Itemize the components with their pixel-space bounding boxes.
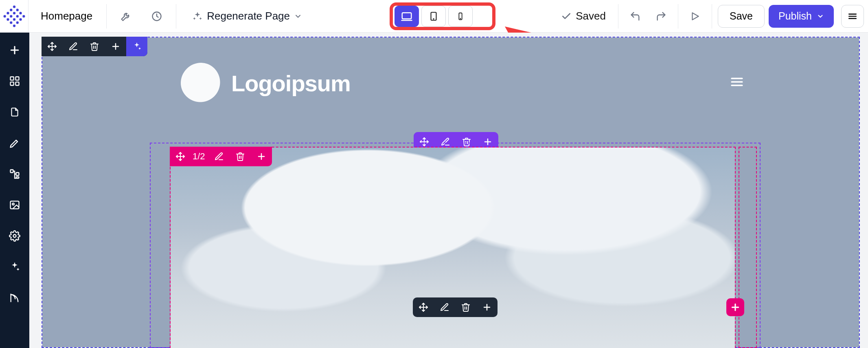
move-icon [419,302,428,312]
svg-rect-1 [402,13,411,19]
edit-icon [214,152,224,161]
section-toolbar [42,37,147,56]
plus-icon [111,42,121,51]
move-handle[interactable] [42,37,63,56]
delete-button[interactable] [230,147,251,166]
mobile-icon [456,10,465,22]
svg-point-6 [460,18,460,18]
svg-rect-15 [11,77,14,80]
svg-rect-22 [11,201,19,209]
desktop-icon [401,10,413,22]
saved-label: Saved [576,10,606,22]
app-logo[interactable] [0,0,28,33]
separator [618,4,618,29]
edit-button[interactable] [434,297,455,317]
plus-icon [482,302,492,312]
svg-point-4 [433,18,434,19]
gear-icon [9,230,20,242]
page-icon [9,106,20,118]
move-icon [47,42,57,51]
svg-point-23 [12,203,14,205]
svg-point-24 [13,235,16,238]
svg-rect-19 [11,170,13,173]
sparkle-icon [132,42,142,51]
add-button[interactable] [251,147,272,166]
app-logo-icon [1,3,26,29]
edit-icon [68,42,78,51]
hamburger-icon [729,75,745,89]
tree-icon [9,168,20,180]
sidebar-ai-button[interactable] [8,260,22,274]
move-handle[interactable] [170,147,191,166]
separator [712,4,712,29]
svg-rect-18 [15,82,19,85]
image-toolbar [413,297,498,317]
separator [106,4,107,29]
device-desktop-button[interactable] [395,6,419,27]
top-toolbar: Homepage Regenerate Page Saved [0,0,868,33]
clock-icon [151,11,162,22]
chevron-down-icon [294,12,302,20]
edit-button[interactable] [63,37,84,56]
column-outline-2[interactable] [739,147,757,348]
site-nav-toggle[interactable] [729,75,745,89]
site-brand: Logoipsum [181,63,351,104]
delete-button[interactable] [84,37,105,56]
left-sidebar [0,33,29,348]
page-title[interactable]: Homepage [33,10,101,22]
tablet-icon [428,10,439,22]
sparkle-icon [9,261,20,273]
grid-icon [9,75,20,87]
ai-button[interactable] [126,37,147,56]
svg-rect-20 [16,173,19,176]
sidebar-blocks-button[interactable] [8,74,22,88]
separator [176,4,176,29]
chevron-down-icon [817,13,824,20]
preview-button[interactable] [684,5,706,27]
more-menu-button[interactable] [841,5,864,28]
column-index-label: 1/2 [191,151,208,162]
wrench-icon [120,11,132,22]
sidebar-pages-button[interactable] [8,105,22,119]
undo-button[interactable] [624,5,646,27]
hero-image[interactable] [171,148,735,348]
publish-label: Publish [778,10,812,22]
trash-icon [90,42,99,51]
delete-button[interactable] [455,297,476,317]
plus-icon [256,152,266,161]
edit-button[interactable] [208,147,230,166]
sidebar-design-button[interactable] [8,136,22,150]
trash-icon [461,302,471,312]
sidebar-media-button[interactable] [8,198,22,212]
hamburger-icon [847,11,858,22]
device-mobile-button[interactable] [448,6,473,27]
sidebar-blog-button[interactable] [8,291,22,305]
settings-wrench-button[interactable] [112,5,139,27]
redo-button[interactable] [650,5,672,27]
sidebar-settings-button[interactable] [8,229,22,243]
publish-button[interactable]: Publish [769,5,834,28]
add-column-button[interactable] [726,298,744,316]
blog-icon [9,292,20,304]
regenerate-page-button[interactable]: Regenerate Page [182,5,312,27]
separator [678,4,678,29]
history-button[interactable] [143,5,170,27]
svg-marker-7 [693,13,699,20]
svg-rect-16 [15,77,19,80]
edit-icon [440,302,449,312]
device-switcher [392,3,475,29]
add-button[interactable] [476,297,498,317]
plus-icon [730,302,741,313]
move-handle[interactable] [413,297,434,317]
add-button[interactable] [105,37,126,56]
play-icon [690,11,700,22]
device-tablet-button[interactable] [421,6,446,27]
sidebar-structure-button[interactable] [8,167,22,181]
regenerate-page-label: Regenerate Page [207,10,290,22]
plus-icon [9,44,21,56]
move-icon [175,152,185,161]
save-button[interactable]: Save [718,5,765,28]
editor-canvas[interactable]: Logoipsum 1/2 [29,33,868,348]
check-icon [561,11,572,22]
sidebar-add-button[interactable] [8,43,22,57]
